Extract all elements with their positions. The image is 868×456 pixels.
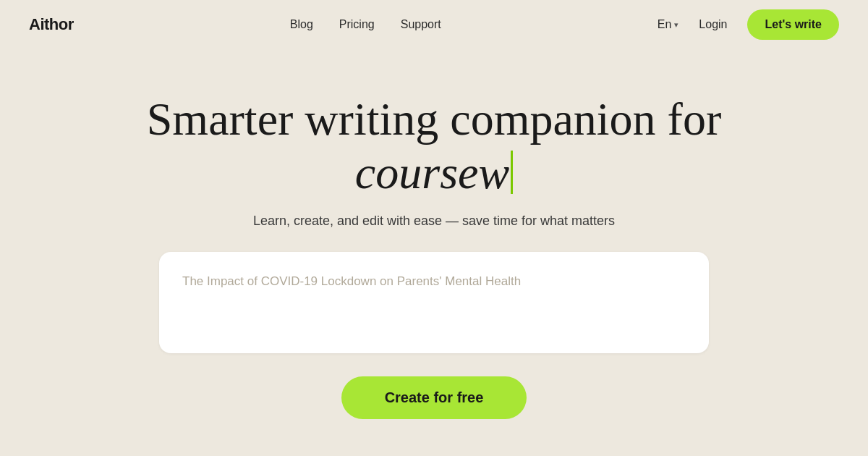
nav-links: Blog Pricing Support	[290, 18, 441, 31]
essay-topic-input[interactable]	[182, 272, 686, 330]
hero-description: Learn, create, and edit with ease — save…	[253, 214, 615, 229]
essay-input-container	[159, 252, 709, 353]
nav-right: En ▾ Login Let's write	[658, 9, 839, 40]
hero-section: Smarter writing companion for coursew Le…	[0, 49, 868, 419]
lets-write-button[interactable]: Let's write	[747, 9, 839, 40]
navbar: Aithor Blog Pricing Support En ▾ Login L…	[0, 0, 868, 49]
hero-title-line1: Smarter writing companion for	[147, 93, 721, 146]
nav-link-support[interactable]: Support	[401, 18, 441, 30]
text-cursor	[511, 151, 513, 194]
hero-title-line2: coursew	[355, 146, 513, 200]
brand-logo[interactable]: Aithor	[29, 15, 74, 34]
nav-link-pricing[interactable]: Pricing	[339, 18, 375, 30]
login-button[interactable]: Login	[699, 18, 727, 31]
create-for-free-button[interactable]: Create for free	[341, 376, 527, 419]
language-label: En	[658, 18, 672, 31]
language-selector[interactable]: En ▾	[658, 18, 679, 31]
hero-animated-text: coursew	[355, 146, 509, 200]
chevron-down-icon: ▾	[674, 20, 678, 30]
nav-link-blog[interactable]: Blog	[290, 18, 313, 30]
